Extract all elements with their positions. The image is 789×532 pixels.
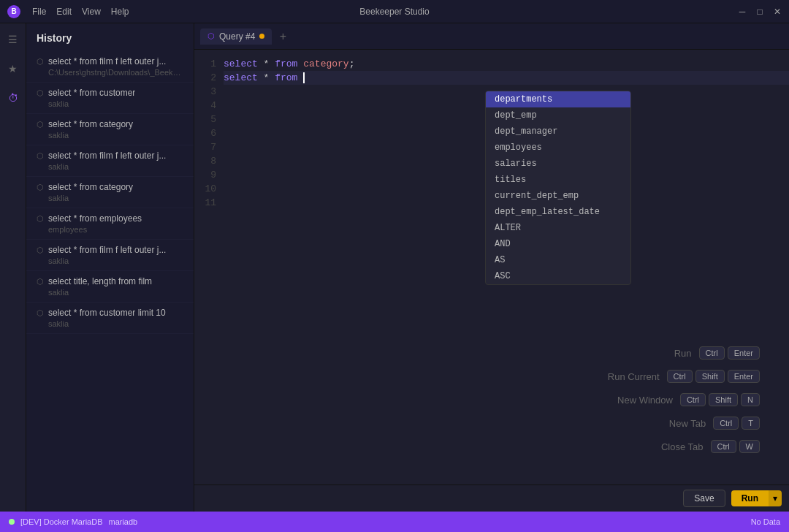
autocomplete-item[interactable]: AS bbox=[486, 252, 630, 268]
editor-toolbar: Save Run ▾ bbox=[194, 484, 789, 512]
status-dot bbox=[9, 519, 15, 525]
history-item[interactable]: ⬡ select * from film f left outer j... s… bbox=[26, 145, 194, 177]
autocomplete-item[interactable]: ASC bbox=[486, 268, 630, 284]
history-query-icon: ⬡ bbox=[37, 308, 44, 318]
tbl-token: category bbox=[303, 58, 348, 69]
history-item[interactable]: ⬡ select * from category saklia bbox=[26, 114, 194, 145]
autocomplete-item[interactable]: titles bbox=[486, 172, 630, 188]
app-logo: B bbox=[7, 5, 20, 18]
tab-modified-dot bbox=[259, 34, 264, 39]
query-tab[interactable]: ⬡ Query #4 bbox=[200, 28, 272, 45]
autocomplete-item[interactable]: dept_emp_latest_date bbox=[486, 204, 630, 220]
shortcut-row: Run CurrentCtrlShiftEnter bbox=[501, 370, 760, 383]
maximize-button[interactable]: □ bbox=[755, 7, 764, 16]
tab-bar: ⬡ Query #4 + bbox=[194, 23, 789, 50]
line-numbers: 1234567891011 bbox=[194, 57, 224, 477]
autocomplete-item[interactable]: AND bbox=[486, 236, 630, 252]
line-number: 5 bbox=[194, 113, 216, 126]
connection-label[interactable]: [DEV] Docker MariaDB bbox=[20, 517, 102, 526]
history-item[interactable]: ⬡ select * from film f left outer j... s… bbox=[26, 240, 194, 271]
line-number: 10 bbox=[194, 182, 216, 196]
history-item[interactable]: ⬡ select title, length from film saklia bbox=[26, 271, 194, 303]
minimize-button[interactable]: ─ bbox=[738, 7, 747, 16]
tab-label: Query #4 bbox=[219, 31, 255, 42]
text-cursor bbox=[303, 72, 305, 83]
kw-token: select bbox=[224, 72, 258, 83]
key-badge: Ctrl bbox=[680, 393, 706, 406]
history-query-text: select * from category bbox=[48, 119, 133, 129]
save-button[interactable]: Save bbox=[683, 490, 725, 507]
shortcut-keys: CtrlT bbox=[713, 417, 760, 430]
key-badge: Shift bbox=[695, 370, 725, 383]
history-panel: History ⬡ select * from film f left oute… bbox=[26, 23, 194, 512]
shortcut-label: Close Tab bbox=[616, 441, 704, 452]
autocomplete-item[interactable]: departments bbox=[486, 91, 630, 107]
line-number: 1 bbox=[194, 57, 216, 71]
statusbar-left: [DEV] Docker MariaDB mariadb bbox=[9, 517, 137, 526]
history-item[interactable]: ⬡ select * from customer limit 10 saklia bbox=[26, 303, 194, 334]
autocomplete-item[interactable]: dept_emp bbox=[486, 107, 630, 123]
history-query-icon: ⬡ bbox=[37, 88, 44, 98]
shortcut-label: New Tab bbox=[618, 418, 706, 429]
autocomplete-item[interactable]: dept_manager bbox=[486, 123, 630, 140]
autocomplete-item[interactable]: ALTER bbox=[486, 220, 630, 236]
history-sub-text: saklia bbox=[37, 256, 183, 265]
history-query-icon: ⬡ bbox=[37, 183, 44, 192]
key-badge: Ctrl bbox=[699, 346, 725, 360]
shortcuts-overlay: RunCtrlEnterRun CurrentCtrlShiftEnterNew… bbox=[472, 332, 789, 468]
history-query-icon: ⬡ bbox=[37, 277, 44, 286]
history-item[interactable]: ⬡ select * from film f left outer j... C… bbox=[26, 51, 194, 83]
editor-area: ⬡ Query #4 + 1234567891011 select * from… bbox=[194, 23, 789, 512]
close-button[interactable]: ✕ bbox=[773, 7, 782, 16]
run-dropdown-button[interactable]: ▾ bbox=[769, 490, 782, 506]
line-number: 3 bbox=[194, 85, 216, 99]
history-sub-text: saklia bbox=[37, 288, 183, 297]
app-title: Beekeeper Studio bbox=[359, 7, 429, 17]
run-button-group: Run ▾ bbox=[731, 490, 782, 506]
shortcut-keys: CtrlW bbox=[711, 440, 761, 453]
menu-item-help[interactable]: Help bbox=[111, 7, 129, 17]
titlebar: B FileEditViewHelp Beekeeper Studio ─ □ … bbox=[0, 0, 789, 23]
autocomplete-item[interactable]: current_dept_emp bbox=[486, 188, 630, 204]
history-sub-text: saklia bbox=[37, 131, 183, 140]
shortcut-row: Close TabCtrlW bbox=[501, 440, 760, 453]
op-token: * bbox=[258, 72, 275, 83]
history-sub-text: saklia bbox=[37, 162, 183, 171]
key-badge: Ctrl bbox=[711, 440, 736, 453]
history-query-text: select * from employees bbox=[48, 213, 142, 224]
sidebar-history-icon[interactable]: ⏱ bbox=[3, 88, 23, 108]
line-number: 2 bbox=[194, 71, 216, 85]
history-sub-text: employees bbox=[37, 225, 183, 234]
autocomplete-item[interactable]: salaries bbox=[486, 156, 630, 172]
key-badge: Shift bbox=[709, 393, 738, 406]
key-badge: Ctrl bbox=[713, 417, 739, 430]
history-query-text: select * from customer bbox=[48, 88, 135, 98]
autocomplete-item[interactable]: employees bbox=[486, 140, 630, 156]
history-item[interactable]: ⬡ select * from employees employees bbox=[26, 208, 194, 240]
add-tab-button[interactable]: + bbox=[275, 28, 291, 45]
menu-item-file[interactable]: File bbox=[32, 7, 46, 17]
sidebar-menu-icon[interactable]: ☰ bbox=[3, 29, 23, 50]
autocomplete-dropdown[interactable]: departmentsdept_empdept_manageremployees… bbox=[485, 91, 631, 285]
code-line: select * from bbox=[224, 71, 789, 85]
history-query-icon: ⬡ bbox=[37, 151, 44, 161]
menu-item-edit[interactable]: Edit bbox=[56, 7, 72, 17]
history-item[interactable]: ⬡ select * from customer saklia bbox=[26, 83, 194, 114]
history-item[interactable]: ⬡ select * from category saklia bbox=[26, 177, 194, 208]
menu-item-view[interactable]: View bbox=[82, 7, 101, 17]
op-token: ; bbox=[349, 58, 355, 69]
history-query-icon: ⬡ bbox=[37, 246, 44, 255]
key-badge: W bbox=[739, 440, 760, 453]
sidebar-star-icon[interactable]: ★ bbox=[3, 58, 23, 79]
history-query-text: select * from customer limit 10 bbox=[48, 308, 166, 318]
shortcut-row: RunCtrlEnter bbox=[501, 346, 760, 360]
key-badge: Enter bbox=[728, 370, 760, 383]
line-number: 8 bbox=[194, 154, 216, 168]
line-number: 6 bbox=[194, 126, 216, 140]
run-button[interactable]: Run bbox=[731, 490, 769, 506]
history-sub-text: saklia bbox=[37, 194, 183, 202]
db-label: mariadb bbox=[108, 517, 137, 526]
titlebar-controls[interactable]: ─ □ ✕ bbox=[738, 7, 782, 16]
main-layout: ☰ ★ ⏱ History ⬡ select * from film f lef… bbox=[0, 23, 789, 512]
kw-token: from bbox=[275, 72, 297, 83]
